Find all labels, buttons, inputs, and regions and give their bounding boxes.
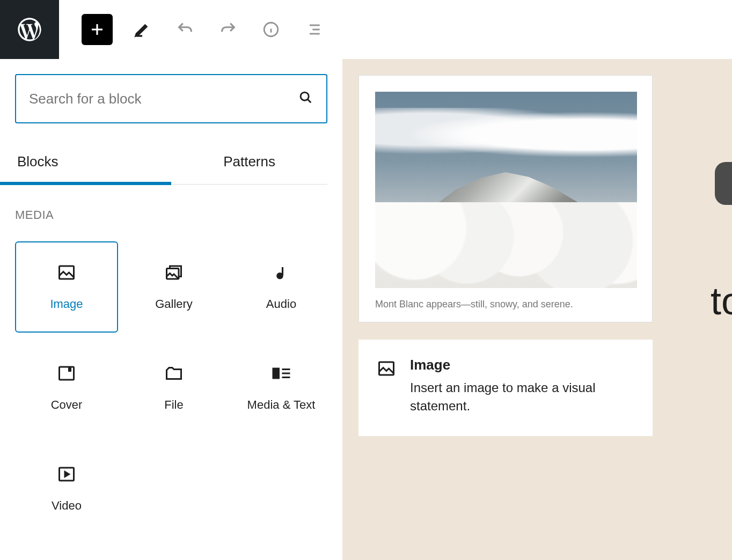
editor-toolbar	[59, 14, 327, 45]
undo-icon	[176, 20, 194, 39]
block-image[interactable]: Image	[15, 241, 118, 333]
gallery-icon	[164, 263, 184, 282]
info-button[interactable]	[258, 16, 284, 43]
svg-line-10	[308, 100, 311, 103]
block-grid: Image Gallery Audio Cover	[15, 241, 327, 534]
pencil-icon	[134, 21, 151, 38]
block-gallery[interactable]: Gallery	[122, 241, 225, 333]
undo-button[interactable]	[172, 16, 199, 43]
block-preview-panel: Mont Blanc appears—still, snowy, and ser…	[342, 59, 732, 560]
block-inserter-panel: Blocks Patterns MEDIA Image Gallery	[0, 59, 342, 560]
block-media-text[interactable]: Media & Text	[230, 342, 333, 433]
block-desc-text: Insert an image to make a visual stateme…	[410, 379, 634, 415]
wordpress-logo[interactable]	[0, 0, 59, 59]
block-file[interactable]: File	[122, 342, 225, 433]
svg-rect-15	[68, 367, 71, 372]
wordpress-icon	[16, 16, 43, 43]
tab-blocks[interactable]: Blocks	[15, 139, 171, 184]
block-label: Cover	[51, 398, 83, 412]
block-label: Image	[50, 297, 83, 311]
redo-button[interactable]	[215, 16, 241, 43]
block-label: Gallery	[155, 297, 193, 311]
clipped-text: to	[711, 279, 732, 323]
audio-icon	[272, 263, 291, 282]
tab-patterns[interactable]: Patterns	[171, 139, 327, 184]
outline-button[interactable]	[301, 16, 327, 43]
preview-card: Mont Blanc appears—still, snowy, and ser…	[358, 75, 653, 322]
block-search-input[interactable]	[29, 91, 298, 107]
video-icon	[57, 465, 76, 484]
svg-point-13	[277, 273, 283, 278]
block-label: Audio	[266, 297, 296, 311]
list-view-icon	[305, 21, 323, 38]
block-audio[interactable]: Audio	[230, 241, 333, 333]
block-label: Video	[52, 499, 82, 513]
info-icon	[262, 20, 280, 39]
block-label: File	[164, 398, 183, 412]
file-icon	[164, 364, 184, 383]
section-media-label: MEDIA	[15, 208, 327, 222]
redo-icon	[219, 20, 237, 39]
editor-main: Blocks Patterns MEDIA Image Gallery	[0, 59, 732, 560]
preview-caption: Mont Blanc appears—still, snowy, and ser…	[375, 299, 636, 310]
block-desc-title: Image	[410, 357, 634, 373]
inserter-tabs: Blocks Patterns	[15, 139, 327, 185]
block-search-wrap	[15, 74, 327, 123]
block-video[interactable]: Video	[15, 443, 118, 534]
preview-image	[375, 92, 637, 288]
block-cover[interactable]: Cover	[15, 342, 118, 433]
plus-icon	[89, 21, 105, 38]
block-label: Media & Text	[247, 398, 316, 412]
clipped-shape	[715, 162, 732, 205]
image-icon	[57, 263, 76, 282]
media-text-icon	[272, 364, 291, 383]
search-icon	[298, 90, 313, 107]
svg-rect-14	[60, 367, 74, 380]
editor-topbar	[0, 0, 732, 59]
image-icon	[377, 359, 396, 380]
block-description-card: Image Insert an image to make a visual s…	[358, 340, 653, 436]
svg-rect-16	[273, 368, 280, 379]
edit-tool-button[interactable]	[129, 16, 156, 43]
svg-point-9	[301, 92, 309, 100]
cover-icon	[57, 364, 76, 383]
add-block-button[interactable]	[82, 14, 113, 45]
